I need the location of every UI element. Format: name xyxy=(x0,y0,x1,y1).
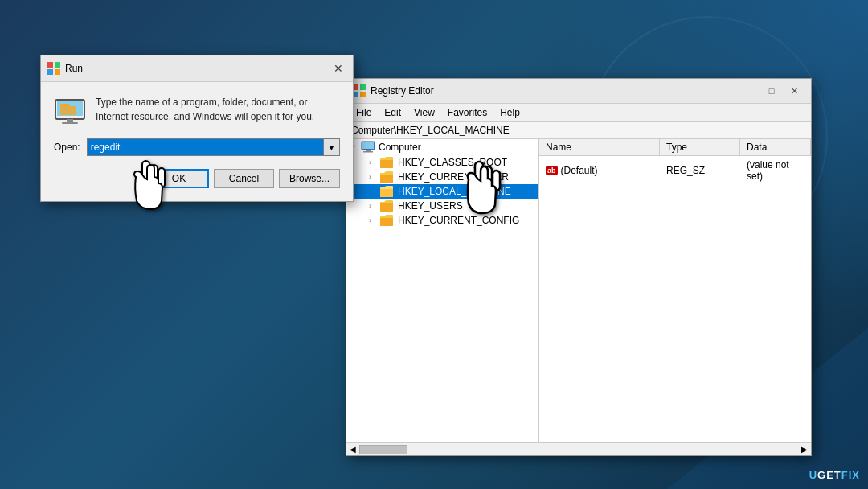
computer-label: Computer xyxy=(379,142,421,153)
svg-rect-0 xyxy=(47,62,53,68)
run-cancel-button[interactable]: Cancel xyxy=(214,169,274,188)
registry-editor: Registry Editor — □ ✕ File Edit View Fav… xyxy=(346,78,812,456)
svg-rect-9 xyxy=(62,122,78,124)
tree-item-label-3: HKEY_USERS xyxy=(398,200,463,212)
run-close-button[interactable]: ✕ xyxy=(330,60,346,76)
run-dialog: Run ✕ Type the name of a program, f xyxy=(40,55,354,202)
reg-maximize-button[interactable]: □ xyxy=(761,83,782,99)
reg-close-button[interactable]: ✕ xyxy=(784,83,805,99)
reg-title-text: Registry Editor xyxy=(371,85,434,97)
watermark: UGETFIX xyxy=(809,469,860,481)
reg-values-pane: Name Type Data ab (Default) REG_SZ (valu… xyxy=(539,139,811,442)
svg-rect-19 xyxy=(366,150,371,151)
folder-icon-0 xyxy=(380,157,395,168)
folder-icon-3 xyxy=(380,200,395,212)
menu-view[interactable]: View xyxy=(407,105,441,120)
run-open-row: Open: regedit ▼ xyxy=(54,138,340,156)
reg-minimize-button[interactable]: — xyxy=(739,83,760,99)
scrollbar-thumb[interactable] xyxy=(359,445,407,454)
registry-editor-icon xyxy=(353,84,366,97)
scrollbar-right-arrow[interactable]: ▶ xyxy=(800,445,809,454)
run-open-label: Open: xyxy=(54,142,80,153)
col-data: Data xyxy=(740,139,811,155)
reg-titlebar: Registry Editor — □ ✕ xyxy=(346,79,811,104)
expand-arrow-2: › xyxy=(369,187,380,195)
computer-icon xyxy=(361,141,375,154)
run-folder-icon xyxy=(54,95,86,127)
run-title-text: Run xyxy=(65,63,83,74)
reg-value-icon: ab xyxy=(546,166,558,175)
run-body: Type the name of a program, folder, docu… xyxy=(41,82,353,201)
tree-item-label-1: HKEY_CURRENT_USER xyxy=(398,171,509,183)
svg-rect-1 xyxy=(55,62,60,68)
watermark-u: U xyxy=(809,469,817,481)
run-header-row: Type the name of a program, folder, docu… xyxy=(54,95,340,127)
svg-rect-3 xyxy=(55,69,60,75)
svg-rect-13 xyxy=(353,84,358,90)
tree-item-label-2: HKEY_LOCAL_MACHINE xyxy=(398,186,511,197)
svg-rect-15 xyxy=(353,92,358,97)
reg-title-left: Registry Editor xyxy=(353,84,434,97)
reg-values-header: Name Type Data xyxy=(539,139,811,156)
reg-menubar: File Edit View Favorites Help xyxy=(346,104,811,122)
reg-tree-item-1[interactable]: › HKEY_CURRENT_USER xyxy=(346,170,538,184)
run-dialog-titlebar: Run ✕ xyxy=(41,55,353,82)
reg-horizontal-scrollbar[interactable]: ◀ ▶ xyxy=(346,442,811,455)
run-description: Type the name of a program, folder, docu… xyxy=(96,95,340,124)
reg-window-controls: — □ ✕ xyxy=(739,83,805,99)
svg-rect-20 xyxy=(363,151,373,153)
reg-tree-item-2[interactable]: › HKEY_LOCAL_MACHINE xyxy=(346,184,538,199)
expand-arrow-4: › xyxy=(369,216,380,224)
reg-tree-pane: ▼ Computer › xyxy=(346,139,539,442)
reg-val-name-0: ab (Default) xyxy=(539,163,660,178)
reg-val-type-0: REG_SZ xyxy=(660,163,740,178)
reg-val-data-0: (value not set) xyxy=(740,158,811,183)
svg-rect-6 xyxy=(60,104,70,106)
tree-item-label-0: HKEY_CLASSES_ROOT xyxy=(398,157,507,168)
expand-arrow-3: › xyxy=(369,202,380,210)
menu-edit[interactable]: Edit xyxy=(378,105,407,120)
watermark-fix: FIX xyxy=(841,469,860,481)
menu-favorites[interactable]: Favorites xyxy=(441,105,493,120)
run-dropdown-arrow[interactable]: ▼ xyxy=(324,138,340,156)
svg-rect-18 xyxy=(362,142,374,149)
run-title-left: Run xyxy=(47,62,83,75)
svg-rect-2 xyxy=(47,69,53,75)
reg-value-row-0[interactable]: ab (Default) REG_SZ (value not set) xyxy=(539,156,811,185)
run-ok-button[interactable]: OK xyxy=(149,169,209,188)
reg-tree-item-4[interactable]: › HKEY_CURRENT_CONFIG xyxy=(346,213,538,228)
reg-tree-computer[interactable]: ▼ Computer xyxy=(346,139,538,155)
col-type: Type xyxy=(660,139,740,155)
run-input-selected[interactable]: regedit xyxy=(87,138,324,156)
reg-content: ▼ Computer › xyxy=(346,139,811,442)
tree-item-label-4: HKEY_CURRENT_CONFIG xyxy=(398,215,519,226)
expand-arrow-1: › xyxy=(369,173,380,181)
svg-rect-7 xyxy=(60,106,76,115)
run-input-value: regedit xyxy=(91,142,121,153)
menu-help[interactable]: Help xyxy=(493,105,526,120)
svg-rect-14 xyxy=(360,84,366,90)
run-input-wrapper: regedit ▼ xyxy=(87,138,340,156)
svg-rect-16 xyxy=(360,92,366,97)
reg-tree-item-3[interactable]: › HKEY_USERS xyxy=(346,199,538,213)
reg-val-name-text-0: (Default) xyxy=(561,165,598,176)
run-icon xyxy=(47,62,60,75)
scrollbar-left-arrow[interactable]: ◀ xyxy=(348,445,358,454)
col-name: Name xyxy=(539,139,660,155)
folder-icon-2 xyxy=(380,186,395,197)
folder-icon-4 xyxy=(380,215,395,226)
reg-address-bar[interactable]: Computer\HKEY_LOCAL_MACHINE xyxy=(346,122,811,139)
menu-file[interactable]: File xyxy=(350,105,378,120)
run-buttons-row: OK Cancel Browse... xyxy=(54,169,340,188)
svg-rect-8 xyxy=(67,119,73,122)
folder-icon-1 xyxy=(380,171,395,183)
expand-arrow-0: › xyxy=(369,158,380,166)
watermark-get: GET xyxy=(817,469,841,481)
reg-tree-item-0[interactable]: › HKEY_CLASSES_ROOT xyxy=(346,155,538,170)
run-browse-button[interactable]: Browse... xyxy=(279,169,340,188)
